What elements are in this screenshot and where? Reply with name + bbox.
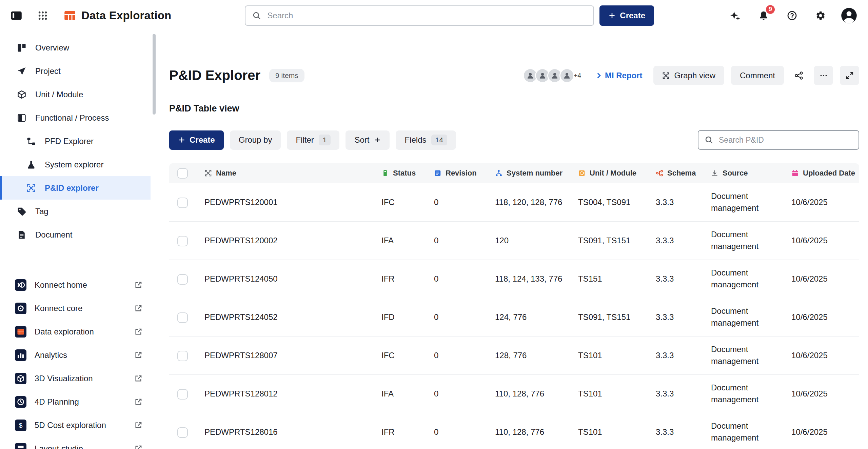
ai-assistant-button[interactable] bbox=[728, 8, 743, 23]
table-search[interactable] bbox=[698, 130, 859, 150]
sidebar-nav: Overview Project Unit / Module Functiona… bbox=[0, 36, 158, 246]
col-header-system-number[interactable]: System number bbox=[490, 163, 573, 183]
row-checkbox[interactable] bbox=[177, 198, 188, 208]
sidebar-item-label: Document bbox=[35, 230, 72, 240]
sidebar-item[interactable]: P&ID explorer bbox=[0, 176, 151, 200]
row-checkbox[interactable] bbox=[177, 351, 188, 361]
table-row[interactable]: PEDWPRTS128016 IFR 0 110, 128, 776 TS101… bbox=[169, 413, 859, 449]
sidebar-item[interactable]: Overview bbox=[0, 36, 151, 59]
share-button[interactable] bbox=[791, 67, 807, 84]
table-row[interactable]: PEDWPRTS124050 IFR 0 118, 124, 133, 776 … bbox=[169, 260, 859, 298]
filter-button[interactable]: Filter 1 bbox=[287, 130, 339, 150]
cell-unit-module: TS151 bbox=[573, 260, 650, 298]
filter-count-badge: 1 bbox=[319, 135, 331, 145]
global-search[interactable] bbox=[245, 5, 594, 26]
comment-button[interactable]: Comment bbox=[731, 66, 784, 85]
table-search-input[interactable] bbox=[718, 135, 852, 145]
cell-system-number: 128, 776 bbox=[490, 336, 573, 375]
plus-icon bbox=[374, 137, 381, 143]
cell-system-number: 110, 128, 776 bbox=[490, 413, 573, 449]
cell-name[interactable]: PEDWPRTS128007 bbox=[199, 336, 376, 375]
more-icon bbox=[820, 72, 828, 80]
sidebar-external-link[interactable]: $ 5D Cost exploration bbox=[0, 413, 158, 437]
table-row[interactable]: PEDWPRTS120001 IFC 0 118, 120, 128, 776 … bbox=[169, 183, 859, 222]
col-header-source[interactable]: Source bbox=[706, 163, 786, 183]
app-launcher-button[interactable] bbox=[35, 8, 50, 23]
row-checkbox[interactable] bbox=[177, 236, 188, 246]
sidebar-item[interactable]: Functional / Process bbox=[0, 106, 151, 129]
sidebar-external-link[interactable]: Data exploration bbox=[0, 320, 158, 343]
sidebar-item[interactable]: System explorer bbox=[0, 153, 151, 176]
cell-name[interactable]: PEDWPRTS128012 bbox=[199, 375, 376, 413]
col-header-status[interactable]: Status bbox=[376, 163, 429, 183]
cell-system-number: 120 bbox=[490, 222, 573, 260]
col-header-unit-module[interactable]: Unit / Module bbox=[573, 163, 650, 183]
create-button-table[interactable]: Create bbox=[169, 130, 224, 150]
cell-name[interactable]: PEDWPRTS124050 bbox=[199, 260, 376, 298]
account-button[interactable] bbox=[842, 8, 856, 23]
table-row[interactable]: PEDWPRTS128012 IFA 0 110, 128, 776 TS101… bbox=[169, 375, 859, 413]
row-checkbox[interactable] bbox=[177, 312, 188, 323]
cell-name[interactable]: PEDWPRTS120002 bbox=[199, 222, 376, 260]
comment-label: Comment bbox=[740, 71, 775, 80]
settings-button[interactable] bbox=[813, 8, 828, 23]
notifications-button[interactable]: 9 bbox=[756, 8, 771, 23]
graph-view-icon bbox=[662, 72, 670, 79]
svg-text:$: $ bbox=[19, 422, 23, 429]
sidebar-external-link[interactable]: 3D Visualization bbox=[0, 367, 158, 390]
page-header: P&ID Explorer 9 items +4 MI Report Graph… bbox=[169, 66, 859, 85]
group-by-label: Group by bbox=[239, 135, 272, 145]
table-row[interactable]: PEDWPRTS124052 IFD 0 124, 776 TS091, TS1… bbox=[169, 298, 859, 336]
sidebar-scrollbar[interactable] bbox=[153, 34, 156, 115]
row-checkbox[interactable] bbox=[177, 274, 188, 285]
sidebar-item[interactable]: Unit / Module bbox=[0, 83, 151, 106]
planning-4d-app-icon bbox=[15, 396, 26, 408]
cell-system-number: 124, 776 bbox=[490, 298, 573, 336]
fields-label: Fields bbox=[405, 135, 426, 145]
col-header-schema[interactable]: Schema bbox=[650, 163, 706, 183]
person-icon bbox=[526, 72, 534, 80]
sidebar-external-link[interactable]: 4D Planning bbox=[0, 390, 158, 413]
mi-report-link[interactable]: MI Report bbox=[595, 71, 643, 80]
cell-revision: 0 bbox=[429, 260, 490, 298]
group-by-button[interactable]: Group by bbox=[230, 130, 281, 150]
topbar-right: 9 bbox=[728, 8, 856, 23]
sort-button[interactable]: Sort bbox=[346, 130, 390, 150]
cell-name[interactable]: PEDWPRTS120001 bbox=[199, 183, 376, 222]
sidebar-item[interactable]: PFD Explorer bbox=[0, 129, 151, 153]
sidebar-toggle-button[interactable] bbox=[9, 8, 24, 23]
sidebar-external-links: Konnect home Konnect core Data explorati… bbox=[0, 273, 158, 449]
graph-view-button[interactable]: Graph view bbox=[653, 66, 724, 85]
sidebar-item[interactable]: Document bbox=[0, 223, 151, 246]
sidebar-external-link[interactable]: Konnect core bbox=[0, 297, 158, 320]
sidebar-external-link[interactable]: Konnect home bbox=[0, 273, 158, 297]
table-row[interactable]: PEDWPRTS120002 IFA 0 120 TS091, TS151 3.… bbox=[169, 222, 859, 260]
expand-button[interactable] bbox=[840, 66, 859, 85]
collaborator-avatars[interactable]: +4 bbox=[523, 68, 581, 83]
sidebar-item[interactable]: Tag bbox=[0, 200, 151, 223]
help-button[interactable] bbox=[785, 8, 800, 23]
sidebar-external-link[interactable]: Analytics bbox=[0, 343, 158, 367]
cell-unit-module: TS101 bbox=[573, 413, 650, 449]
global-search-input[interactable] bbox=[267, 11, 587, 21]
revision-col-icon bbox=[434, 169, 441, 177]
row-checkbox[interactable] bbox=[177, 427, 188, 438]
create-button-topbar[interactable]: Create bbox=[599, 5, 654, 26]
row-checkbox[interactable] bbox=[177, 389, 188, 400]
sidebar-item-label: System explorer bbox=[45, 160, 103, 169]
col-header-name[interactable]: Name bbox=[199, 163, 376, 183]
col-header-revision[interactable]: Revision bbox=[429, 163, 490, 183]
sort-label: Sort bbox=[354, 135, 369, 145]
external-link-label: Data exploration bbox=[35, 327, 94, 336]
cell-source: Document management bbox=[706, 222, 786, 260]
table-row[interactable]: PEDWPRTS128007 IFC 0 128, 776 TS101 3.3.… bbox=[169, 336, 859, 375]
user-avatar-icon bbox=[840, 7, 858, 24]
cell-name[interactable]: PEDWPRTS124052 bbox=[199, 298, 376, 336]
sidebar-item[interactable]: Project bbox=[0, 59, 151, 83]
select-all-checkbox[interactable] bbox=[177, 168, 188, 179]
cell-name[interactable]: PEDWPRTS128016 bbox=[199, 413, 376, 449]
fields-button[interactable]: Fields 14 bbox=[396, 130, 456, 150]
more-options-button[interactable] bbox=[814, 66, 833, 85]
col-header-uploaded-date[interactable]: Uploaded Date bbox=[786, 163, 859, 183]
sidebar-external-link[interactable]: Layout studio bbox=[0, 437, 158, 449]
